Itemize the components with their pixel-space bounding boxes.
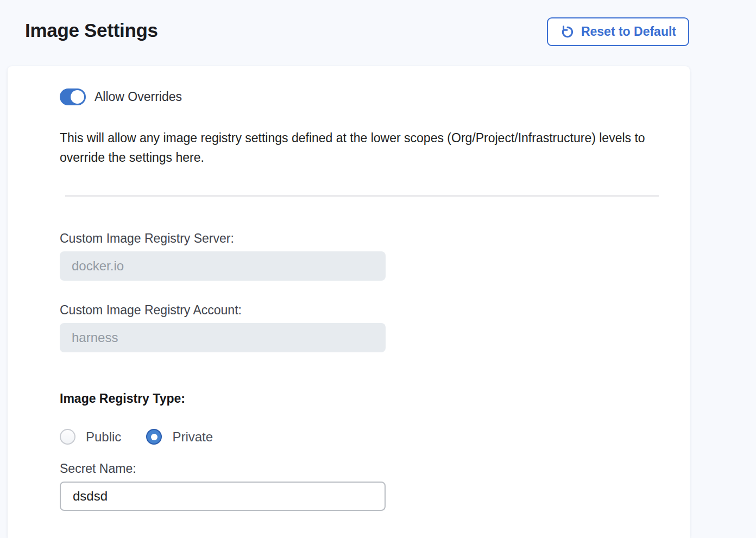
registry-server-input <box>60 251 386 281</box>
allow-overrides-row: Allow Overrides <box>60 88 690 105</box>
registry-account-label: Custom Image Registry Account: <box>60 303 690 318</box>
radio-private-label: Private <box>172 429 213 445</box>
reset-icon <box>560 24 575 40</box>
reset-button-label: Reset to Default <box>581 24 676 39</box>
overrides-description: This will allow any image registry setti… <box>60 128 664 167</box>
radio-option-private[interactable]: Private <box>146 429 213 445</box>
radio-private-circle <box>146 429 162 445</box>
radio-option-public[interactable]: Public <box>60 429 121 445</box>
radio-public-label: Public <box>86 429 121 445</box>
registry-type-label: Image Registry Type: <box>60 391 690 406</box>
allow-overrides-toggle[interactable] <box>60 88 86 105</box>
secret-name-label: Secret Name: <box>60 461 690 476</box>
section-divider <box>65 195 659 197</box>
registry-account-input <box>60 323 386 352</box>
radio-private-dot <box>151 434 158 440</box>
image-settings-page: Image Settings Reset to Default Allow Ov… <box>0 0 756 538</box>
page-title: Image Settings <box>25 20 158 41</box>
reset-to-default-button[interactable]: Reset to Default <box>547 17 689 46</box>
registry-server-label: Custom Image Registry Server: <box>60 231 690 246</box>
radio-public-circle <box>60 429 75 445</box>
registry-type-options: Public Private <box>60 429 690 445</box>
secret-name-input[interactable] <box>60 482 386 511</box>
settings-card: Allow Overrides This will allow any imag… <box>8 66 690 538</box>
toggle-knob <box>71 90 84 104</box>
allow-overrides-label: Allow Overrides <box>94 90 182 104</box>
